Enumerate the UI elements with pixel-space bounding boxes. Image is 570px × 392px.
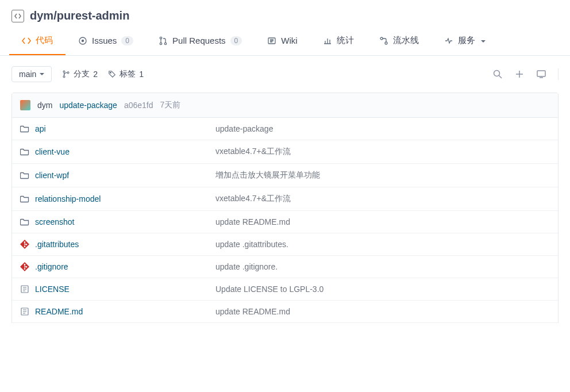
file-name-text: client-wpf bbox=[35, 171, 69, 180]
file-name-text: .gitattributes bbox=[35, 240, 79, 249]
repo-toolbar: main 分支 2 标签 1 bbox=[0, 56, 570, 93]
file-list: apiupdate-packageclient-vuevxetable4.7+&… bbox=[12, 118, 558, 323]
file-panel: dym update-package a06e1fd 7天前 apiupdate… bbox=[11, 93, 559, 323]
file-commit-message[interactable]: vxetable4.7+&工作流 bbox=[215, 194, 550, 204]
file-name-text: api bbox=[35, 124, 46, 133]
stats-icon bbox=[323, 36, 332, 45]
tab-pipeline[interactable]: 流水线 bbox=[367, 27, 432, 55]
file-name-link[interactable]: screenshot bbox=[20, 217, 215, 226]
prs-count-badge: 0 bbox=[230, 36, 242, 45]
file-name-link[interactable]: api bbox=[20, 124, 215, 133]
folder-icon bbox=[20, 124, 29, 133]
wiki-icon bbox=[267, 36, 276, 45]
branch-selector[interactable]: main bbox=[11, 66, 52, 82]
tab-services[interactable]: 服务 bbox=[432, 27, 498, 55]
file-row: .gitignoreupdate .gitignore. bbox=[12, 256, 558, 278]
file-name-link[interactable]: relationship-model bbox=[20, 194, 215, 203]
commit-message[interactable]: update-package bbox=[59, 101, 117, 110]
repo-tabs: 代码 Issues 0 Pull Requests 0 Wiki 统计 流水线 … bbox=[0, 27, 570, 56]
tags-link[interactable]: 标签 1 bbox=[108, 69, 144, 79]
file-row: LICENSEUpdate LICENSE to LGPL-3.0 bbox=[12, 278, 558, 301]
svg-point-9 bbox=[63, 76, 65, 78]
file-commit-message[interactable]: vxetable4.7+&工作流 bbox=[215, 147, 550, 157]
chevron-down-icon bbox=[40, 72, 44, 76]
file-name-link[interactable]: README.md bbox=[20, 307, 215, 316]
tab-wiki[interactable]: Wiki bbox=[255, 27, 310, 55]
repo-icon bbox=[11, 10, 24, 22]
issues-count-badge: 0 bbox=[121, 36, 133, 45]
svg-point-11 bbox=[110, 72, 111, 74]
file-name-link[interactable]: .gitignore bbox=[20, 262, 215, 271]
file-commit-message[interactable]: update .gitattributes. bbox=[215, 240, 550, 249]
branch-icon bbox=[62, 70, 70, 78]
file-name-text: LICENSE bbox=[35, 285, 70, 294]
commit-hash[interactable]: a06e1fd bbox=[124, 101, 153, 110]
file-name-link[interactable]: client-wpf bbox=[20, 171, 215, 180]
file-row: README.mdupdate README.md bbox=[12, 301, 558, 323]
file-commit-message[interactable]: update README.md bbox=[215, 307, 550, 316]
divider bbox=[558, 68, 559, 80]
git-icon bbox=[20, 240, 29, 249]
tab-stats[interactable]: 统计 bbox=[310, 27, 367, 55]
svg-point-2 bbox=[160, 37, 161, 39]
web-ide-icon[interactable] bbox=[536, 69, 546, 79]
file-row: apiupdate-package bbox=[12, 118, 558, 140]
svg-rect-13 bbox=[537, 71, 545, 76]
file-name-text: screenshot bbox=[35, 217, 74, 226]
branches-link[interactable]: 分支 2 bbox=[62, 69, 98, 79]
file-name-link[interactable]: .gitattributes bbox=[20, 240, 215, 249]
file-name-text: .gitignore bbox=[35, 262, 68, 271]
file-row: client-wpf增加点击放大镜展开菜单功能 bbox=[12, 164, 558, 187]
search-icon[interactable] bbox=[492, 69, 503, 79]
pull-request-icon bbox=[159, 36, 168, 45]
folder-icon bbox=[20, 147, 29, 156]
services-icon bbox=[444, 36, 453, 45]
repo-header: dym/purest-admin bbox=[0, 0, 570, 27]
file-row: client-vuevxetable4.7+&工作流 bbox=[12, 140, 558, 164]
file-commit-message[interactable]: update .gitignore. bbox=[215, 262, 550, 271]
svg-point-8 bbox=[63, 71, 65, 72]
file-name-text: README.md bbox=[35, 307, 83, 316]
document-icon bbox=[20, 285, 29, 294]
file-row: .gitattributesupdate .gitattributes. bbox=[12, 233, 558, 256]
file-name-text: relationship-model bbox=[35, 194, 101, 203]
file-commit-message[interactable]: Update LICENSE to LGPL-3.0 bbox=[215, 285, 550, 294]
file-row: screenshotupdate README.md bbox=[12, 211, 558, 233]
file-name-link[interactable]: LICENSE bbox=[20, 285, 215, 294]
document-icon bbox=[20, 307, 29, 316]
git-icon bbox=[20, 262, 29, 271]
svg-point-7 bbox=[385, 42, 387, 44]
latest-commit-bar: dym update-package a06e1fd 7天前 bbox=[12, 93, 558, 118]
folder-icon bbox=[20, 171, 29, 180]
file-commit-message[interactable]: update-package bbox=[215, 124, 550, 133]
tab-code[interactable]: 代码 bbox=[9, 27, 66, 55]
code-icon bbox=[22, 36, 31, 45]
file-commit-message[interactable]: 增加点击放大镜展开菜单功能 bbox=[215, 170, 550, 180]
folder-icon bbox=[20, 194, 29, 203]
issues-icon bbox=[78, 36, 87, 45]
file-name-link[interactable]: client-vue bbox=[20, 147, 215, 156]
svg-point-10 bbox=[67, 72, 69, 74]
tag-icon bbox=[108, 70, 116, 78]
chevron-down-icon bbox=[481, 36, 486, 45]
svg-point-3 bbox=[160, 43, 161, 44]
svg-point-4 bbox=[164, 43, 166, 44]
file-row: relationship-modelvxetable4.7+&工作流 bbox=[12, 187, 558, 211]
file-name-text: client-vue bbox=[35, 147, 70, 156]
repo-title[interactable]: dym/purest-admin bbox=[30, 9, 129, 22]
author-avatar[interactable] bbox=[20, 100, 30, 110]
commit-author[interactable]: dym bbox=[37, 101, 52, 110]
pipeline-icon bbox=[379, 36, 388, 45]
add-icon[interactable] bbox=[514, 69, 525, 79]
file-commit-message[interactable]: update README.md bbox=[215, 217, 550, 226]
tab-issues[interactable]: Issues 0 bbox=[66, 27, 146, 55]
svg-point-1 bbox=[82, 40, 84, 41]
svg-point-6 bbox=[380, 37, 383, 40]
commit-time: 7天前 bbox=[160, 100, 180, 110]
tab-pull-requests[interactable]: Pull Requests 0 bbox=[146, 27, 255, 55]
folder-icon bbox=[20, 217, 29, 226]
